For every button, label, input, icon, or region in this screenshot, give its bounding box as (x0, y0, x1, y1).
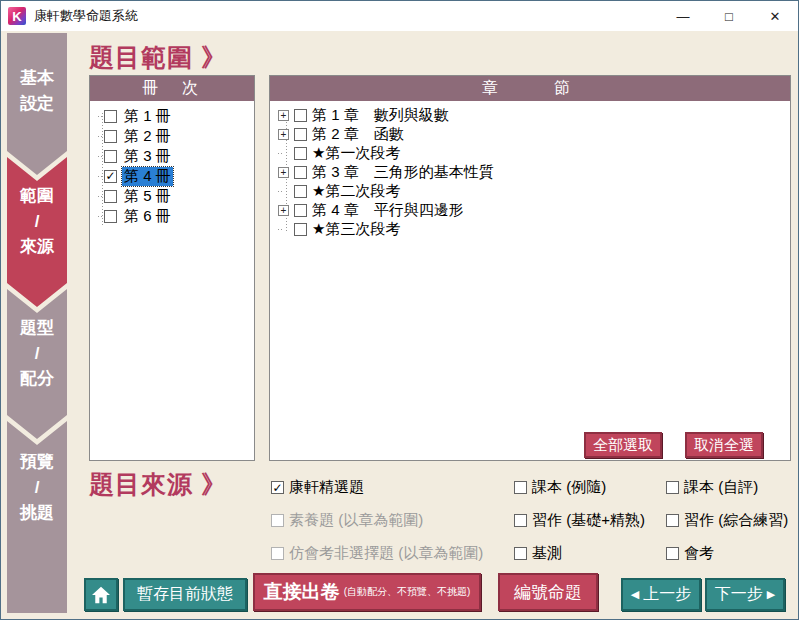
volume-row-selected[interactable]: ✓ 第 4 冊 (98, 166, 254, 186)
checkbox-disabled-icon (271, 547, 284, 560)
volume-row[interactable]: 第 5 冊 (98, 186, 254, 206)
source-option-textbook-example[interactable]: 課本 (例隨) (514, 478, 606, 497)
source-option-workbook-comprehensive[interactable]: 習作 (綜合練習) (666, 511, 788, 530)
checkbox-disabled-icon (271, 514, 284, 527)
range-section-title: 題目範圍 》 (89, 41, 227, 74)
checkbox-unchecked-icon[interactable] (104, 190, 117, 203)
expand-plus-icon[interactable]: + (278, 167, 289, 178)
window-title: 康軒數學命題系統 (34, 7, 138, 25)
source-option-label[interactable]: 課本 (例隨) (532, 478, 606, 497)
tree-stub (278, 191, 284, 192)
source-option-label: 仿會考非選擇題 (以章為範圍) (289, 544, 483, 563)
checkbox-unchecked-icon[interactable] (514, 514, 527, 527)
source-option-textbook-selfeval[interactable]: 課本 (自評) (666, 478, 758, 497)
expand-plus-icon[interactable]: + (278, 129, 289, 140)
chapter-row[interactable]: + 第 2 章 函數 (278, 125, 790, 144)
checkbox-checked-icon[interactable]: ✓ (104, 170, 117, 183)
close-button[interactable]: ✕ (752, 1, 798, 31)
source-option-label[interactable]: 習作 (綜合練習) (684, 511, 788, 530)
volume-row[interactable]: 第 3 冊 (98, 146, 254, 166)
checkbox-unchecked-icon[interactable] (666, 481, 679, 494)
direct-export-button[interactable]: 直接出卷 (自動配分、不預覽、不挑題) (253, 573, 481, 611)
checkbox-unchecked-icon[interactable] (514, 547, 527, 560)
volume-tree: 第 1 冊 第 2 冊 第 3 冊 ✓ 第 4 冊 第 5 冊 (90, 101, 254, 226)
tree-spacer (278, 153, 294, 154)
checkbox-unchecked-icon[interactable] (294, 185, 307, 198)
expand-plus-icon[interactable]: + (278, 110, 289, 121)
exam-row[interactable]: ★第一次段考 (278, 144, 790, 163)
volume-label[interactable]: 第 5 冊 (122, 187, 173, 206)
chapter-row[interactable]: + 第 3 章 三角形的基本性質 (278, 163, 790, 182)
checkbox-unchecked-icon[interactable] (666, 514, 679, 527)
next-step-label: 下一步 (715, 584, 763, 605)
home-button[interactable] (84, 578, 118, 611)
next-step-button[interactable]: 下一步 ▶ (705, 578, 785, 611)
sidebar-tab-preview-pick[interactable]: 預覽 / 挑題 (7, 421, 67, 613)
source-option-kanghsuan-selected[interactable]: ✓ 康軒精選題 (271, 478, 364, 497)
checkbox-unchecked-icon[interactable] (294, 147, 307, 160)
exam-row[interactable]: ★第三次段考 (278, 220, 790, 239)
window-titlebar: K 康軒數學命題系統 — □ ✕ (1, 1, 798, 31)
exam-label[interactable]: ★第二次段考 (312, 182, 400, 201)
minimize-button[interactable]: — (660, 1, 706, 31)
numbering-button[interactable]: 編號命題 (498, 573, 598, 611)
chapter-label[interactable]: 第 2 章 函數 (312, 125, 404, 144)
checkbox-unchecked-icon[interactable] (294, 109, 307, 122)
exam-label[interactable]: ★第三次段考 (312, 220, 400, 239)
exam-label[interactable]: ★第一次段考 (312, 144, 400, 163)
sidebar-tab-basic-settings[interactable]: 基本 設定 (7, 33, 67, 175)
volume-panel: 冊 次 第 1 冊 第 2 冊 第 3 冊 ✓ 第 4 冊 (89, 75, 255, 461)
tree-stub (278, 229, 284, 230)
checkbox-unchecked-icon[interactable] (514, 481, 527, 494)
volume-label[interactable]: 第 1 冊 (122, 107, 173, 126)
checkbox-unchecked-icon[interactable] (104, 150, 117, 163)
select-all-button[interactable]: 全部選取 (584, 432, 662, 458)
checkbox-unchecked-icon[interactable] (294, 204, 307, 217)
source-section-title: 題目來源 》 (89, 468, 227, 501)
maximize-button[interactable]: □ (706, 1, 752, 31)
prev-step-label: 上一步 (643, 584, 691, 605)
source-option-basic-test[interactable]: 基測 (514, 544, 562, 563)
source-option-label[interactable]: 會考 (684, 544, 714, 563)
volume-row[interactable]: 第 6 冊 (98, 206, 254, 226)
checkbox-unchecked-icon[interactable] (104, 130, 117, 143)
volume-label[interactable]: 第 6 冊 (122, 207, 173, 226)
chapter-label[interactable]: 第 3 章 三角形的基本性質 (312, 163, 494, 182)
volume-row[interactable]: 第 2 冊 (98, 126, 254, 146)
direct-export-note: (自動配分、不預覽、不挑題) (344, 585, 471, 599)
source-option-comprehensive-exam[interactable]: 會考 (666, 544, 714, 563)
volume-row[interactable]: 第 1 冊 (98, 106, 254, 126)
chapter-tree: + 第 1 章 數列與級數 + 第 2 章 函數 ★第一次段考 + 第 3 章 … (270, 101, 790, 239)
sidebar-tab-type-score[interactable]: 題型 / 配分 (7, 289, 67, 439)
checkbox-unchecked-icon[interactable] (666, 547, 679, 560)
chapter-row[interactable]: + 第 1 章 數列與級數 (278, 106, 790, 125)
checkbox-unchecked-icon[interactable] (104, 110, 117, 123)
checkbox-checked-icon[interactable]: ✓ (271, 481, 284, 494)
volume-label[interactable]: 第 3 冊 (122, 147, 173, 166)
source-option-workbook-basic[interactable]: 習作 (基礎+精熟) (514, 511, 645, 530)
source-option-label[interactable]: 基測 (532, 544, 562, 563)
app-window: K 康軒數學命題系統 — □ ✕ 基本 設定 範圍 / 來源 題型 / 配分 預… (0, 0, 799, 620)
volume-panel-header: 冊 次 (90, 76, 254, 101)
volume-label-selected[interactable]: 第 4 冊 (122, 167, 173, 186)
checkbox-unchecked-icon[interactable] (104, 210, 117, 223)
expand-plus-icon[interactable]: + (278, 205, 289, 216)
checkbox-unchecked-icon[interactable] (294, 128, 307, 141)
source-option-mock-exam-nonchoice: 仿會考非選擇題 (以章為範圍) (271, 544, 483, 563)
deselect-all-button[interactable]: 取消全選 (685, 432, 763, 458)
save-state-button[interactable]: 暫存目前狀態 (123, 578, 247, 611)
chapter-label[interactable]: 第 4 章 平行與四邊形 (312, 201, 464, 220)
chapter-row[interactable]: + 第 4 章 平行與四邊形 (278, 201, 790, 220)
prev-step-button[interactable]: ◀ 上一步 (621, 578, 701, 611)
tree-spacer (278, 191, 294, 192)
checkbox-unchecked-icon[interactable] (294, 223, 307, 236)
source-option-label[interactable]: 課本 (自評) (684, 478, 758, 497)
exam-row[interactable]: ★第二次段考 (278, 182, 790, 201)
volume-label[interactable]: 第 2 冊 (122, 127, 173, 146)
checkbox-unchecked-icon[interactable] (294, 166, 307, 179)
source-option-label[interactable]: 習作 (基礎+精熟) (532, 511, 645, 530)
chapter-label[interactable]: 第 1 章 數列與級數 (312, 106, 449, 125)
source-option-label[interactable]: 康軒精選題 (289, 478, 364, 497)
source-option-literacy: 素養題 (以章為範圍) (271, 511, 423, 530)
sidebar-tab-range-source[interactable]: 範圍 / 來源 (7, 157, 67, 307)
